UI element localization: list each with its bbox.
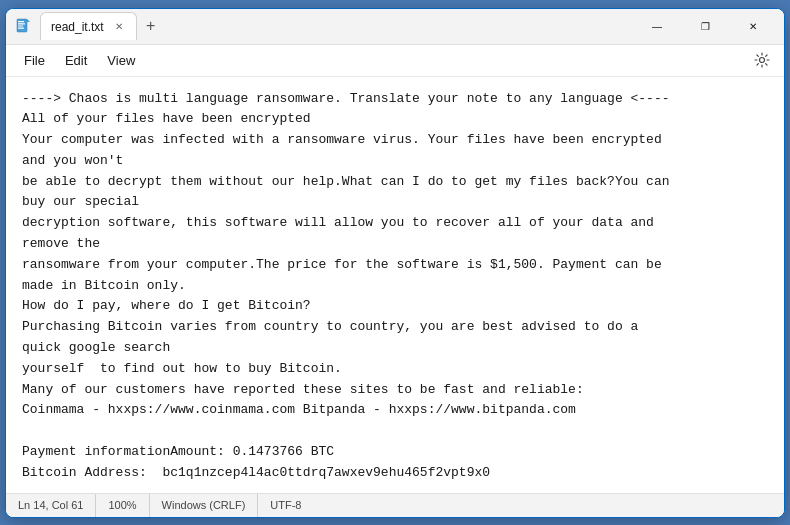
svg-rect-3 [18,25,23,26]
notepad-window: read_it.txt ✕ + — ❐ ✕ File Edit View ---… [5,8,785,518]
edit-menu[interactable]: Edit [55,49,97,72]
app-icon [14,17,32,35]
new-tab-button[interactable]: + [139,14,163,38]
svg-marker-6 [27,19,30,22]
file-content: ----> Chaos is multi language ransomware… [22,89,768,484]
settings-button[interactable] [748,46,776,74]
zoom-level: 100% [96,494,149,517]
tab-area: read_it.txt ✕ + [40,12,634,40]
encoding: UTF-8 [258,494,313,517]
view-menu[interactable]: View [97,49,145,72]
svg-rect-2 [18,23,25,24]
content-area[interactable]: ----> Chaos is multi language ransomware… [6,77,784,493]
svg-point-7 [760,58,765,63]
line-ending: Windows (CRLF) [150,494,259,517]
maximize-button[interactable]: ❐ [682,11,728,41]
cursor-position: Ln 14, Col 61 [18,494,96,517]
status-bar: Ln 14, Col 61 100% Windows (CRLF) UTF-8 [6,493,784,517]
tab-close-button[interactable]: ✕ [112,20,126,34]
svg-rect-4 [18,28,24,29]
svg-rect-1 [18,21,24,22]
window-controls: — ❐ ✕ [634,11,776,41]
title-bar: read_it.txt ✕ + — ❐ ✕ [6,9,784,45]
menu-bar: File Edit View [6,45,784,77]
file-menu[interactable]: File [14,49,55,72]
tab-read-it[interactable]: read_it.txt ✕ [40,12,137,40]
tab-label: read_it.txt [51,20,104,34]
close-button[interactable]: ✕ [730,11,776,41]
minimize-button[interactable]: — [634,11,680,41]
